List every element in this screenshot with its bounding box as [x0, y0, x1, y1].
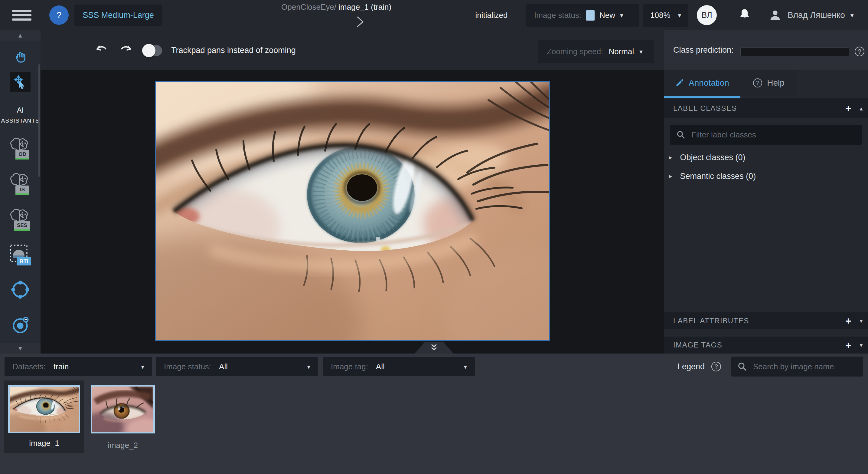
eye-photo: [156, 82, 549, 340]
filter-label-classes: [670, 125, 862, 145]
thumbnail-image-1[interactable]: image_1: [4, 381, 84, 453]
polygon-tool-button[interactable]: [0, 278, 40, 301]
move-cursor-icon: [12, 73, 29, 90]
trackpad-toggle-label: Trackpad pans instead of zooming: [171, 30, 296, 70]
ai-object-detection-button[interactable]: OD: [0, 137, 40, 161]
bti-badge-label: BTI: [20, 259, 28, 265]
show-filmstrip-tab[interactable]: [415, 342, 453, 354]
scroll-down-icon: ▼: [17, 345, 23, 352]
undo-icon: [95, 43, 108, 57]
top-bar: ? SSS Medium-Large OpenCloseEye/ image_1…: [0, 0, 868, 30]
pan-tool-button[interactable]: [0, 49, 40, 65]
annotation-canvas[interactable]: [40, 70, 664, 354]
image-status-label: Image status:: [534, 10, 581, 20]
sidebar-scroll-down[interactable]: ▼: [0, 343, 40, 354]
collapse-label-classes-icon[interactable]: ▴: [860, 105, 863, 112]
annotation-app: ? SSS Medium-Large OpenCloseEye/ image_1…: [0, 0, 868, 474]
tab-help[interactable]: ? Help: [740, 70, 797, 96]
expand-image-tags-icon[interactable]: ▾: [860, 342, 863, 349]
datasets-label: Datasets:: [12, 362, 46, 372]
is-badge-label: IS: [20, 187, 25, 192]
caret-down-icon: ▾: [464, 363, 467, 370]
brain-is-icon: IS: [8, 172, 32, 197]
chevron-right-icon: [356, 16, 365, 28]
expand-arrow-icon: ▸: [669, 154, 672, 161]
semantic-classes-group[interactable]: ▸ Semantic classes (0): [669, 169, 863, 183]
user-menu[interactable]: Влад Ляшенко ▾: [768, 0, 854, 30]
zooming-speed-value: Normal: [609, 47, 634, 56]
class-prediction-help-icon[interactable]: ?: [855, 47, 864, 56]
datasets-dropdown[interactable]: Datasets: train ▾: [4, 357, 152, 376]
bti-icon: BTI: [8, 243, 32, 267]
model-button[interactable]: SSS Medium-Large: [74, 4, 162, 26]
legend-help-icon[interactable]: ?: [711, 362, 721, 372]
thumbnail-image-2-picture: [92, 387, 153, 432]
image-tag-filter-value: All: [376, 362, 464, 372]
thumbnail-image-2[interactable]: [91, 385, 155, 434]
smart-tool-icon: [10, 315, 31, 335]
image-status-filter-value: All: [219, 362, 307, 372]
hamburger-menu-icon[interactable]: [12, 10, 31, 21]
image-status-value: New: [599, 10, 615, 20]
canvas-toolbar: Trackpad pans instead of zooming Zooming…: [40, 30, 664, 70]
breadcrumb: OpenCloseEye/ image_1 (train): [281, 2, 391, 12]
filter-label-classes-input[interactable]: [691, 130, 856, 140]
ai-bti-button[interactable]: BTI: [0, 243, 40, 267]
add-image-tag-button[interactable]: +: [845, 340, 852, 350]
caret-down-icon: ▾: [141, 363, 144, 370]
smart-tool-button[interactable]: [0, 314, 40, 336]
class-prediction-label: Class prediction:: [673, 30, 734, 70]
caret-down-icon: ▾: [850, 12, 854, 19]
image-tag-filter-label: Image tag:: [331, 362, 368, 372]
thumbnail-image-1-picture: [8, 385, 80, 433]
search-icon: [737, 362, 747, 372]
active-tab-underline: [664, 96, 740, 98]
image-tags-header: IMAGE TAGS + ▾: [664, 336, 868, 354]
sidebar-scrollbar[interactable]: [38, 64, 40, 177]
expand-label-attributes-icon[interactable]: ▾: [860, 317, 863, 324]
brain-ses-icon: SES: [8, 208, 32, 232]
next-image-arrow[interactable]: [356, 16, 365, 28]
breadcrumb-project[interactable]: OpenCloseEye/: [281, 2, 336, 11]
image-search-input[interactable]: [752, 362, 857, 372]
right-panel: Class prediction: ? Annotation ? Help LA…: [664, 30, 868, 354]
status-color-chip: [586, 10, 595, 21]
legend-label: Legend: [678, 362, 705, 372]
double-chevron-down-icon: [430, 344, 438, 352]
label-attributes-header: LABEL ATTRIBUTES + ▾: [664, 313, 868, 329]
help-button[interactable]: ?: [49, 5, 69, 25]
redo-icon: [119, 43, 133, 57]
undo-button[interactable]: [94, 43, 109, 58]
ai-semantic-segmentation-button[interactable]: SES: [0, 208, 40, 232]
ai-instance-segmentation-button[interactable]: IS: [0, 172, 40, 197]
add-label-attribute-button[interactable]: +: [845, 316, 852, 326]
hand-pan-icon: [12, 49, 28, 65]
object-classes-group[interactable]: ▸ Object classes (0): [669, 150, 863, 165]
thumbnail-image-2-label[interactable]: image_2: [91, 441, 155, 450]
move-tool-button[interactable]: [10, 72, 31, 92]
image-tag-filter-dropdown[interactable]: Image tag: All ▾: [323, 357, 475, 376]
od-badge-label: OD: [19, 151, 26, 157]
filmstrip-panel: Datasets: train ▾ Image status: All ▾ Im…: [0, 354, 868, 474]
caret-down-icon: ▾: [620, 12, 623, 19]
add-label-class-button[interactable]: +: [845, 103, 852, 114]
caret-down-icon: ▾: [307, 363, 310, 370]
notifications-bell-icon[interactable]: [737, 7, 752, 23]
class-prediction-row: Class prediction: ?: [664, 30, 868, 70]
question-icon: ?: [57, 10, 62, 20]
redo-button[interactable]: [119, 43, 133, 58]
zoom-level-value: 108%: [650, 10, 671, 20]
caret-down-icon: ▾: [678, 12, 681, 19]
avatar[interactable]: ВЛ: [697, 5, 717, 25]
image-status-dropdown[interactable]: Image status: New ▾: [526, 4, 639, 27]
image-search: [731, 357, 863, 377]
tab-annotation[interactable]: Annotation: [664, 70, 740, 96]
zooming-speed-dropdown[interactable]: Zooming speed: Normal ▾: [538, 40, 654, 63]
class-prediction-bar: [740, 48, 849, 56]
sidebar-scroll-up[interactable]: ▲: [0, 30, 40, 40]
trackpad-toggle[interactable]: [142, 43, 162, 58]
zoom-level-dropdown[interactable]: 108% ▾: [643, 4, 688, 27]
image-status-filter-dropdown[interactable]: Image status: All ▾: [156, 357, 318, 376]
label-classes-header: LABEL CLASSES + ▴: [664, 98, 868, 118]
current-image[interactable]: [155, 81, 550, 341]
